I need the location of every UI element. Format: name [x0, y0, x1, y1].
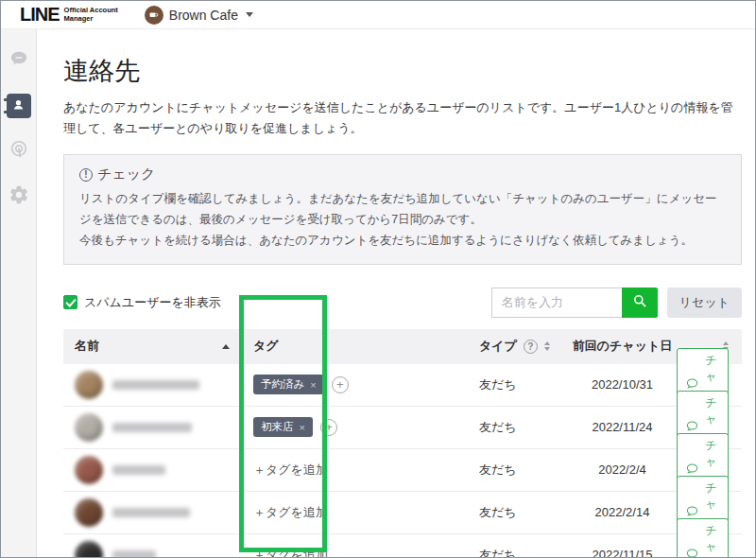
sidebar-item-chat[interactable] — [7, 48, 31, 73]
logo-subtitle: Official Account Manager — [64, 7, 118, 23]
tag-remove-icon[interactable]: × — [300, 422, 305, 433]
blurred-username — [112, 465, 165, 475]
last-chat-date: 2022/2/4 — [568, 462, 677, 477]
spam-filter-checkbox[interactable] — [63, 295, 77, 309]
type-value: 友だち — [473, 547, 568, 558]
action-cell: チャット — [677, 518, 742, 558]
blurred-username — [112, 380, 199, 390]
add-tag-icon[interactable]: + — [332, 376, 349, 393]
search-icon — [632, 293, 647, 311]
table-row: ＋タグを追加 友だち 2022/11/15 チャット — [63, 534, 742, 558]
last-chat-date: 2022/10/31 — [568, 377, 677, 392]
avatar — [75, 371, 103, 399]
tag-cell: ＋タグを追加 — [239, 462, 473, 479]
tag-cell: 予約済み×+ — [239, 375, 473, 394]
table-row: 初来店×+ 友だち 2022/11/24 チャット — [63, 407, 742, 449]
blurred-username — [112, 423, 192, 432]
column-header-name[interactable]: 名前 — [63, 338, 239, 355]
avatar — [75, 413, 103, 442]
spam-filter-label: スパムユーザーを非表示 — [84, 294, 221, 311]
sidebar-item-settings[interactable] — [7, 184, 31, 209]
page-title: 連絡先 — [63, 54, 742, 88]
tag-pill: 初来店× — [253, 417, 313, 437]
add-tag-button[interactable]: ＋タグを追加 — [253, 504, 328, 521]
sidebar-item-broadcast[interactable] — [7, 139, 31, 164]
table-header-row: 名前 タグ タイプ ? 前回のチャット日 — [63, 329, 742, 364]
chat-bubble-outline-icon — [686, 463, 698, 477]
sort-ascending-icon — [222, 344, 230, 349]
help-icon[interactable]: ? — [524, 340, 538, 354]
tag-label: 初来店 — [261, 420, 294, 434]
contact-name-cell — [63, 456, 239, 484]
blurred-username — [112, 508, 190, 517]
table-row: ＋タグを追加 友だち 2022/2/14 チャット — [63, 492, 742, 534]
tag-label: 予約済み — [261, 377, 304, 392]
search-button[interactable] — [622, 288, 658, 318]
page-description: あなたのアカウントにチャットメッセージを送信したことがあるユーザーのリストです。… — [63, 97, 742, 139]
add-tag-button[interactable]: ＋タグを追加 — [253, 462, 328, 479]
type-value: 友だち — [473, 419, 568, 436]
spam-filter-toggle[interactable]: スパムユーザーを非表示 — [63, 294, 221, 311]
sidebar-item-contacts[interactable] — [7, 94, 31, 118]
contact-name-cell — [63, 371, 239, 399]
top-header: LINE Official Account Manager Brown Cafe — [1, 1, 755, 29]
last-chat-date: 2022/11/15 — [568, 548, 677, 558]
add-tag-button[interactable]: ＋タグを追加 — [253, 547, 328, 558]
chat-button[interactable]: チャット — [677, 518, 729, 558]
gear-icon — [9, 184, 29, 209]
tag-pill: 予約済み× — [253, 375, 324, 394]
chat-bubble-icon — [9, 48, 29, 73]
tag-cell: ＋タグを追加 — [239, 547, 473, 558]
reset-button[interactable]: リセット — [667, 288, 742, 318]
account-switcher[interactable]: Brown Cafe — [145, 6, 253, 25]
notice-line-2: 今後もチャットを続ける場合は、あなたのアカウントを友だちに追加するようにさりげな… — [79, 231, 726, 252]
last-chat-date: 2022/11/24 — [568, 420, 677, 434]
contact-name-cell — [63, 498, 239, 527]
broadcast-icon — [9, 139, 29, 164]
line-logo: LINE Official Account Manager — [20, 4, 118, 26]
blurred-username — [112, 550, 156, 558]
search-input[interactable] — [491, 288, 622, 318]
type-value: 友だち — [473, 376, 568, 393]
check-notice-box: ! チェック リストのタイプ欄を確認してみましょう。まだあなたを友だち追加してい… — [63, 154, 742, 265]
column-header-type[interactable]: タイプ ? — [473, 338, 568, 355]
avatar — [75, 498, 103, 527]
tag-remove-icon[interactable]: × — [310, 379, 316, 391]
table-row: 予約済み×+ 友だち 2022/10/31 チャット — [63, 364, 742, 407]
contact-name-cell — [63, 541, 239, 558]
chat-bubble-outline-icon — [686, 378, 698, 392]
line-logo-text: LINE — [20, 4, 60, 26]
notice-title: チェック — [97, 166, 155, 183]
tag-cell: ＋タグを追加 — [239, 504, 473, 521]
account-avatar-coffee-icon — [145, 6, 163, 25]
avatar — [75, 541, 103, 558]
contacts-table: 名前 タグ タイプ ? 前回のチャット日 予約済み×+ 友だち — [63, 329, 742, 558]
chat-bubble-outline-icon — [686, 421, 698, 434]
contact-name-cell — [63, 413, 239, 442]
sidebar-nav — [1, 29, 37, 557]
type-value: 友だち — [473, 462, 568, 479]
column-header-last-chat[interactable]: 前回のチャット日 — [568, 338, 677, 355]
main-content: 連絡先 あなたのアカウントにチャットメッセージを送信したことがあるユーザーのリス… — [37, 29, 755, 557]
table-row: ＋タグを追加 友だち 2022/2/4 チャット — [63, 449, 742, 492]
chat-bubble-outline-icon — [686, 506, 698, 519]
contacts-icon — [11, 97, 26, 115]
account-name: Brown Cafe — [169, 8, 238, 23]
contact-rows: 予約済み×+ 友だち 2022/10/31 チャット 初来店×+ 友だち 202… — [63, 364, 742, 558]
column-header-tag: タグ — [239, 338, 473, 355]
tag-cell: 初来店×+ — [239, 417, 473, 437]
last-chat-date: 2022/2/14 — [568, 505, 677, 519]
add-tag-icon[interactable]: + — [320, 419, 337, 436]
notice-line-1: リストのタイプ欄を確認してみましょう。まだあなたを友だち追加していない「チャット… — [79, 189, 726, 231]
sort-icon[interactable] — [544, 341, 550, 351]
chevron-down-icon — [246, 12, 253, 17]
avatar — [75, 456, 103, 484]
type-value: 友だち — [473, 504, 568, 521]
chat-bubble-outline-icon — [686, 549, 698, 558]
alert-circle-icon: ! — [79, 168, 93, 182]
